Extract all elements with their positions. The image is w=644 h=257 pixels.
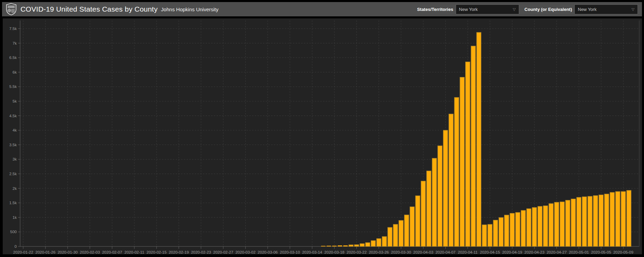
x-tick-label: 2020-03-22	[347, 250, 367, 254]
x-tick-label: 2020-04-11	[458, 250, 478, 254]
bar[interactable]	[332, 246, 337, 246]
x-tick-label: 2020-03-10	[280, 250, 300, 254]
bar[interactable]	[554, 202, 559, 246]
x-tick-label: 2020-05-01	[569, 250, 589, 254]
bar[interactable]	[616, 192, 620, 246]
bar[interactable]	[527, 209, 531, 246]
bar[interactable]	[588, 196, 592, 246]
x-tick-label: 2020-02-11	[125, 250, 144, 254]
x-tick-label: 2020-03-02	[235, 250, 255, 254]
states-territories-dropdown[interactable]: New York ▽	[456, 4, 519, 14]
bar[interactable]	[610, 193, 614, 246]
county-selected-value: New York	[578, 7, 597, 12]
x-tick-label: 2020-03-06	[258, 250, 278, 254]
page-title: COVID-19 United States Cases by County	[20, 5, 158, 13]
bar[interactable]	[477, 32, 481, 246]
y-tick-label: 3.5k	[9, 143, 17, 147]
y-tick-label: 3k	[13, 157, 17, 161]
bar[interactable]	[427, 171, 431, 246]
bar[interactable]	[399, 221, 403, 246]
bar[interactable]	[621, 192, 626, 246]
bar[interactable]	[388, 227, 392, 246]
bar[interactable]	[482, 225, 487, 246]
x-tick-label: 2020-05-05	[591, 250, 611, 254]
y-tick-label: 6.5k	[9, 56, 17, 60]
bar[interactable]	[443, 130, 448, 246]
x-tick-label: 2020-02-15	[147, 250, 167, 254]
x-tick-label: 2020-02-27	[213, 250, 233, 254]
y-tick-label: 2k	[13, 186, 17, 191]
bar[interactable]	[504, 215, 509, 246]
y-tick-label: 4.5k	[9, 114, 17, 118]
bar[interactable]	[405, 215, 409, 246]
header: COVID-19 United States Cases by County J…	[2, 2, 642, 16]
bar[interactable]	[471, 46, 475, 246]
bar[interactable]	[410, 207, 414, 246]
bar[interactable]	[510, 213, 514, 246]
bar[interactable]	[371, 241, 376, 246]
county-label: County (or Equivalent)	[525, 7, 572, 12]
y-tick-label: 7k	[13, 41, 17, 45]
bar[interactable]	[599, 195, 603, 246]
bar[interactable]	[488, 224, 492, 246]
bar[interactable]	[593, 196, 598, 246]
county-dropdown[interactable]: New York ▽	[574, 4, 638, 14]
bar[interactable]	[460, 77, 464, 246]
bar[interactable]	[521, 210, 526, 246]
bar[interactable]	[349, 245, 353, 246]
bar[interactable]	[566, 200, 570, 246]
bar[interactable]	[549, 203, 553, 246]
bar[interactable]	[432, 158, 437, 246]
y-tick-label: 6k	[13, 70, 17, 74]
bar[interactable]	[543, 206, 548, 246]
bar[interactable]	[538, 206, 542, 246]
y-tick-label: 1k	[13, 215, 17, 220]
jhu-shield-logo	[6, 3, 16, 15]
bar[interactable]	[454, 97, 459, 246]
bar[interactable]	[604, 194, 609, 246]
y-tick-label: 2.5k	[9, 172, 17, 176]
bar[interactable]	[421, 181, 425, 246]
y-tick-label: 7.5k	[9, 27, 17, 31]
bar[interactable]	[377, 239, 381, 246]
bar[interactable]	[354, 245, 359, 246]
bar[interactable]	[393, 224, 398, 246]
bar[interactable]	[321, 246, 325, 246]
bar[interactable]	[515, 212, 520, 246]
y-tick-label: 0	[15, 244, 17, 248]
bar[interactable]	[571, 199, 575, 246]
x-tick-label: 2020-03-14	[302, 250, 322, 254]
y-tick-label: 500	[10, 230, 17, 234]
x-tick-label: 2020-02-23	[191, 250, 211, 254]
bar[interactable]	[499, 217, 503, 246]
bar[interactable]	[582, 197, 587, 246]
bar[interactable]	[449, 114, 453, 246]
x-tick-label: 2020-02-07	[102, 250, 122, 254]
bar[interactable]	[493, 220, 498, 246]
y-tick-label: 1.5k	[9, 201, 17, 205]
bar[interactable]	[415, 196, 420, 246]
bar[interactable]	[338, 245, 342, 246]
bar[interactable]	[532, 208, 537, 246]
bar[interactable]	[627, 191, 631, 246]
bar[interactable]	[326, 246, 331, 246]
x-tick-label: 2020-03-26	[369, 250, 389, 254]
bar[interactable]	[466, 62, 470, 246]
bar[interactable]	[366, 243, 370, 246]
bar[interactable]	[382, 237, 386, 246]
x-tick-label: 2020-04-27	[546, 250, 567, 254]
bar[interactable]	[560, 202, 565, 246]
x-tick-label: 2020-04-23	[524, 250, 544, 254]
y-tick-label: 5k	[13, 99, 17, 103]
bar[interactable]	[438, 146, 442, 246]
bar[interactable]	[577, 197, 581, 246]
x-tick-label: 2020-01-22	[13, 250, 33, 254]
bar[interactable]	[343, 245, 348, 246]
y-tick-label: 5.5k	[9, 85, 17, 89]
x-tick-label: 2020-04-19	[502, 250, 522, 254]
bar[interactable]	[360, 244, 364, 246]
page-subtitle: Johns Hopkins University	[161, 6, 218, 12]
bars-series	[321, 32, 631, 246]
chart-svg: 05001k1.5k2k2.5k3k3.5k4k4.5k5k5.5k6k6.5k…	[3, 18, 642, 254]
states-territories-selected-value: New York	[459, 7, 478, 12]
